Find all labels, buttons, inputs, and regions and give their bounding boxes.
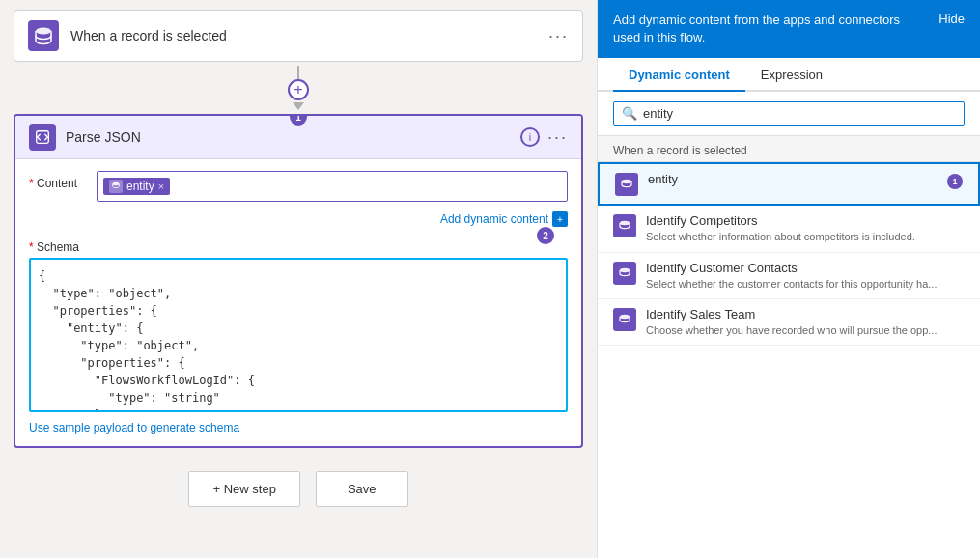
bottom-actions: + New step Save: [188, 471, 407, 507]
svg-point-0: [36, 28, 51, 35]
svg-point-4: [620, 221, 630, 225]
add-dynamic-icon: +: [552, 211, 568, 227]
dynamic-item-icon-entity: [615, 173, 638, 196]
entity-tag-close[interactable]: ×: [158, 181, 164, 192]
content-input[interactable]: entity ×: [97, 171, 568, 202]
parse-menu-button[interactable]: ···: [547, 127, 568, 148]
schema-badge: 2: [537, 227, 554, 244]
hide-button[interactable]: Hide: [938, 12, 965, 26]
trigger-menu[interactable]: ···: [548, 26, 569, 46]
info-button[interactable]: i: [520, 127, 540, 147]
dynamic-item-title-customer-contacts: Identify Customer Contacts: [646, 261, 965, 275]
step-badge: 1: [290, 114, 307, 126]
tab-dynamic-content[interactable]: Dynamic content: [613, 58, 745, 92]
dynamic-item-content-customer-contacts: Identify Customer Contacts Select whethe…: [646, 261, 965, 291]
dynamic-item-icon-competitors: [613, 214, 636, 237]
dynamic-item-title-entity: entity: [648, 172, 938, 186]
trigger-title: When a record is selected: [70, 28, 548, 43]
save-button[interactable]: Save: [316, 471, 408, 507]
dynamic-item-content-entity: entity: [648, 172, 938, 186]
dynamic-item-content-sales-team: Identify Sales Team Choose whether you h…: [646, 307, 965, 337]
dynamic-item-competitors[interactable]: Identify Competitors Select whether info…: [598, 206, 980, 252]
dynamic-item-desc-customer-contacts: Select whether the customer contacts for…: [646, 277, 965, 291]
connector: +: [288, 66, 309, 110]
schema-textarea[interactable]: { "type": "object", "properties": { "ent…: [29, 258, 568, 412]
entity-tag-icon: [109, 180, 123, 193]
svg-point-6: [620, 315, 630, 319]
schema-field-row: 2 * Schema { "type": "object", "properti…: [29, 235, 568, 415]
section-label: When a record is selected: [598, 136, 980, 162]
sample-payload-link[interactable]: Use sample payload to generate schema: [29, 421, 239, 434]
parse-card-body: * Content entity ×: [15, 159, 581, 446]
tab-expression[interactable]: Expression: [745, 58, 838, 92]
dynamic-item-icon-sales-team: [613, 308, 636, 331]
right-header-text: Add dynamic content from the apps and co…: [613, 12, 927, 46]
dynamic-item-icon-customer-contacts: [613, 262, 636, 285]
add-dynamic-button[interactable]: Add dynamic content +: [440, 211, 568, 227]
dynamic-item-entity[interactable]: entity 1: [598, 162, 980, 206]
search-icon: 🔍: [622, 106, 637, 121]
right-header: Add dynamic content from the apps and co…: [598, 0, 980, 58]
svg-rect-1: [37, 131, 49, 144]
content-field-row: * Content entity ×: [29, 171, 568, 202]
item-badge-entity: 1: [947, 174, 963, 189]
parse-title: Parse JSON: [66, 129, 520, 145]
dynamic-item-content-competitors: Identify Competitors Select whether info…: [646, 213, 965, 243]
right-panel: Add dynamic content from the apps and co…: [597, 0, 980, 558]
dynamic-item-desc-sales-team: Choose whether you have recorded who wil…: [646, 323, 965, 337]
dynamic-item-sales-team[interactable]: Identify Sales Team Choose whether you h…: [598, 299, 980, 346]
svg-point-3: [622, 180, 631, 183]
search-bar: 🔍: [598, 92, 980, 136]
dynamic-item-customer-contacts[interactable]: Identify Customer Contacts Select whethe…: [598, 253, 980, 299]
search-input[interactable]: [643, 106, 956, 121]
entity-tag-label: entity: [126, 180, 154, 193]
parse-card-header: 1 Parse JSON i ···: [15, 116, 581, 159]
dynamic-items-list: entity 1 Identify Competitors Select whe…: [598, 162, 980, 558]
parse-icon: [29, 124, 56, 151]
schema-label: * Schema: [29, 235, 97, 254]
search-input-wrap: 🔍: [613, 101, 965, 126]
svg-point-5: [620, 267, 630, 271]
connector-line: [297, 66, 299, 79]
tab-bar: Dynamic content Expression: [598, 58, 980, 92]
entity-tag: entity ×: [103, 178, 170, 195]
schema-label-row: * Schema: [29, 235, 568, 254]
dynamic-item-desc-competitors: Select whether information about competi…: [646, 230, 965, 243]
dynamic-item-title-sales-team: Identify Sales Team: [646, 307, 965, 321]
trigger-card: When a record is selected ···: [14, 10, 583, 62]
parse-json-card: 1 Parse JSON i ··· * Content: [14, 114, 583, 448]
add-dynamic-row: Add dynamic content +: [29, 211, 568, 227]
new-step-button[interactable]: + New step: [188, 471, 299, 507]
trigger-icon: [28, 20, 59, 51]
svg-point-2: [113, 182, 120, 185]
connector-arrow: [293, 102, 304, 110]
content-label: * Content: [29, 171, 97, 190]
add-step-button[interactable]: +: [288, 79, 309, 100]
dynamic-item-title-competitors: Identify Competitors: [646, 213, 965, 228]
left-panel: When a record is selected ··· + 1 Parse …: [0, 0, 597, 558]
